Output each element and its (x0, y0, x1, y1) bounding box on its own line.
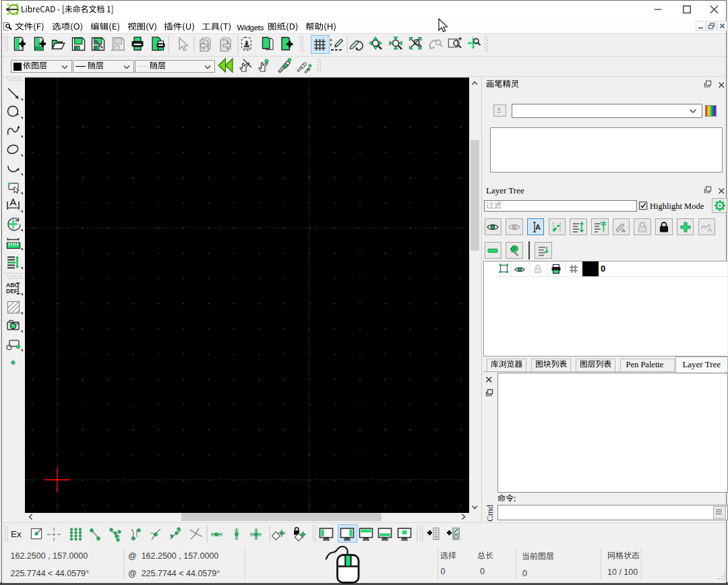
svg-text:A: A (535, 223, 541, 231)
svg-text:A: A (708, 226, 712, 233)
svg-text:DEF: DEF (6, 288, 18, 295)
svg-text:A: A (621, 228, 625, 234)
